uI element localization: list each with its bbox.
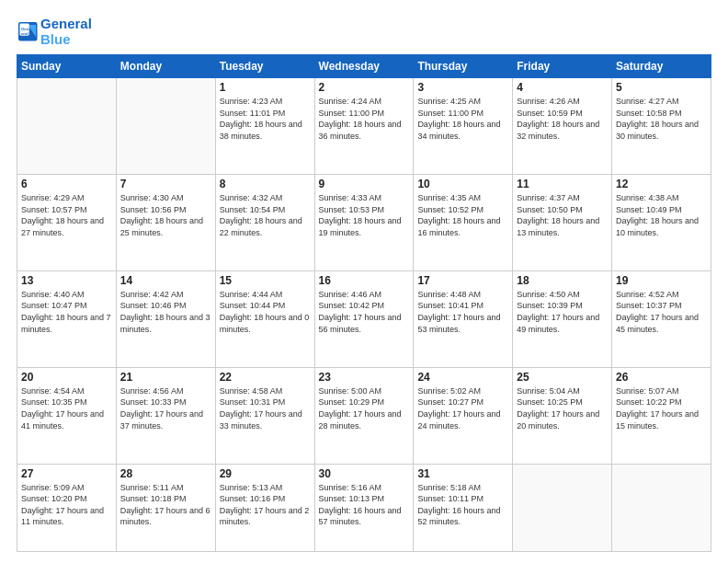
day-info: Sunrise: 4:48 AMSunset: 10:41 PMDaylight… <box>417 289 508 335</box>
day-number: 12 <box>616 178 707 190</box>
calendar-cell: 15Sunrise: 4:44 AMSunset: 10:44 PMDaylig… <box>215 270 314 367</box>
calendar-cell: 17Sunrise: 4:48 AMSunset: 10:41 PMDaylig… <box>414 270 513 367</box>
calendar-cell: 1Sunrise: 4:23 AMSunset: 11:01 PMDayligh… <box>215 78 314 175</box>
calendar-cell: 24Sunrise: 5:02 AMSunset: 10:27 PMDaylig… <box>414 367 513 464</box>
day-info: Sunrise: 4:50 AMSunset: 10:39 PMDaylight… <box>517 289 608 335</box>
day-number: 28 <box>120 467 211 480</box>
header-tuesday: Tuesday <box>215 55 314 78</box>
calendar-cell <box>116 78 215 175</box>
calendar-cell: 6Sunrise: 4:29 AMSunset: 10:57 PMDayligh… <box>17 174 117 270</box>
calendar-cell <box>513 464 612 551</box>
day-number: 3 <box>417 81 508 94</box>
day-info: Sunrise: 4:30 AMSunset: 10:56 PMDaylight… <box>120 192 211 238</box>
calendar-cell: 22Sunrise: 4:58 AMSunset: 10:31 PMDaylig… <box>215 367 314 464</box>
calendar-cell: 20Sunrise: 4:54 AMSunset: 10:35 PMDaylig… <box>17 367 117 464</box>
calendar-cell: 27Sunrise: 5:09 AMSunset: 10:20 PMDaylig… <box>17 464 117 551</box>
day-number: 4 <box>517 81 608 94</box>
day-number: 10 <box>417 178 508 190</box>
calendar-cell: 21Sunrise: 4:56 AMSunset: 10:33 PMDaylig… <box>116 367 215 464</box>
day-number: 9 <box>319 178 410 190</box>
day-info: Sunrise: 5:16 AMSunset: 10:13 PMDaylight… <box>319 482 410 528</box>
day-number: 18 <box>517 274 608 287</box>
day-number: 20 <box>21 371 112 384</box>
day-number: 11 <box>517 178 608 190</box>
svg-text:Gen: Gen <box>21 26 29 30</box>
calendar-cell <box>612 464 711 551</box>
day-info: Sunrise: 4:32 AMSunset: 10:54 PMDaylight… <box>220 192 311 238</box>
svg-text:eral: eral <box>21 30 28 35</box>
calendar-cell: 25Sunrise: 5:04 AMSunset: 10:25 PMDaylig… <box>513 367 612 464</box>
day-number: 25 <box>517 371 608 384</box>
day-number: 26 <box>616 371 707 384</box>
header-monday: Monday <box>116 55 215 78</box>
day-info: Sunrise: 4:56 AMSunset: 10:33 PMDaylight… <box>120 385 211 431</box>
day-number: 13 <box>21 274 112 287</box>
calendar-cell: 4Sunrise: 4:26 AMSunset: 10:59 PMDayligh… <box>513 78 612 175</box>
day-info: Sunrise: 5:11 AMSunset: 10:18 PMDaylight… <box>120 482 211 528</box>
calendar-cell: 18Sunrise: 4:50 AMSunset: 10:39 PMDaylig… <box>513 270 612 367</box>
day-number: 8 <box>220 178 311 190</box>
day-info: Sunrise: 4:35 AMSunset: 10:52 PMDaylight… <box>417 192 508 238</box>
day-number: 15 <box>220 274 311 287</box>
day-number: 22 <box>220 371 311 384</box>
day-info: Sunrise: 4:46 AMSunset: 10:42 PMDaylight… <box>319 289 410 335</box>
day-number: 7 <box>120 178 211 190</box>
header-friday: Friday <box>513 55 612 78</box>
day-number: 21 <box>120 371 211 384</box>
day-number: 16 <box>319 274 410 287</box>
day-info: Sunrise: 5:13 AMSunset: 10:16 PMDaylight… <box>220 482 311 528</box>
day-info: Sunrise: 4:29 AMSunset: 10:57 PMDaylight… <box>21 192 112 238</box>
header-wednesday: Wednesday <box>314 55 414 78</box>
day-number: 19 <box>616 274 707 287</box>
calendar-cell: 9Sunrise: 4:33 AMSunset: 10:53 PMDayligh… <box>314 174 414 270</box>
header-sunday: Sunday <box>17 55 117 78</box>
day-number: 5 <box>616 81 707 94</box>
day-number: 6 <box>21 178 112 190</box>
calendar-cell: 2Sunrise: 4:24 AMSunset: 11:00 PMDayligh… <box>314 78 414 175</box>
calendar-cell: 23Sunrise: 5:00 AMSunset: 10:29 PMDaylig… <box>314 367 414 464</box>
day-info: Sunrise: 4:23 AMSunset: 11:01 PMDaylight… <box>220 96 311 142</box>
calendar-cell: 8Sunrise: 4:32 AMSunset: 10:54 PMDayligh… <box>215 174 314 270</box>
day-info: Sunrise: 5:09 AMSunset: 10:20 PMDaylight… <box>21 482 112 528</box>
day-number: 2 <box>319 81 410 94</box>
logo-icon: Gen eral <box>18 22 39 42</box>
day-info: Sunrise: 4:38 AMSunset: 10:49 PMDaylight… <box>616 192 707 238</box>
day-info: Sunrise: 5:02 AMSunset: 10:27 PMDaylight… <box>417 385 508 431</box>
logo-text: General Blue <box>40 17 92 47</box>
day-number: 27 <box>21 467 112 480</box>
day-number: 31 <box>417 467 508 480</box>
day-info: Sunrise: 4:44 AMSunset: 10:44 PMDaylight… <box>220 289 311 335</box>
calendar-cell: 31Sunrise: 5:18 AMSunset: 10:11 PMDaylig… <box>414 464 513 551</box>
day-info: Sunrise: 4:54 AMSunset: 10:35 PMDaylight… <box>21 385 112 431</box>
calendar-cell: 5Sunrise: 4:27 AMSunset: 10:58 PMDayligh… <box>612 78 711 175</box>
calendar-table: Sunday Monday Tuesday Wednesday Thursday… <box>17 54 711 552</box>
header: Gen eral General Blue <box>17 17 711 47</box>
calendar-cell: 11Sunrise: 4:37 AMSunset: 10:50 PMDaylig… <box>513 174 612 270</box>
calendar-cell: 7Sunrise: 4:30 AMSunset: 10:56 PMDayligh… <box>116 174 215 270</box>
day-number: 30 <box>319 467 410 480</box>
day-info: Sunrise: 4:33 AMSunset: 10:53 PMDaylight… <box>319 192 410 238</box>
day-info: Sunrise: 4:58 AMSunset: 10:31 PMDaylight… <box>220 385 311 431</box>
day-info: Sunrise: 4:25 AMSunset: 11:00 PMDaylight… <box>417 96 508 142</box>
calendar-cell: 19Sunrise: 4:52 AMSunset: 10:37 PMDaylig… <box>612 270 711 367</box>
day-info: Sunrise: 4:42 AMSunset: 10:46 PMDaylight… <box>120 289 211 335</box>
day-info: Sunrise: 4:40 AMSunset: 10:47 PMDaylight… <box>21 289 112 335</box>
calendar-cell: 14Sunrise: 4:42 AMSunset: 10:46 PMDaylig… <box>116 270 215 367</box>
calendar-cell: 30Sunrise: 5:16 AMSunset: 10:13 PMDaylig… <box>314 464 414 551</box>
calendar-cell: 28Sunrise: 5:11 AMSunset: 10:18 PMDaylig… <box>116 464 215 551</box>
day-number: 1 <box>220 81 311 94</box>
day-info: Sunrise: 5:07 AMSunset: 10:22 PMDaylight… <box>616 385 707 431</box>
calendar-cell: 13Sunrise: 4:40 AMSunset: 10:47 PMDaylig… <box>17 270 117 367</box>
day-number: 17 <box>417 274 508 287</box>
calendar-cell: 12Sunrise: 4:38 AMSunset: 10:49 PMDaylig… <box>612 174 711 270</box>
day-info: Sunrise: 4:24 AMSunset: 11:00 PMDaylight… <box>319 96 410 142</box>
header-saturday: Saturday <box>612 55 711 78</box>
calendar-cell: 3Sunrise: 4:25 AMSunset: 11:00 PMDayligh… <box>414 78 513 175</box>
logo: Gen eral General Blue <box>17 17 92 47</box>
day-info: Sunrise: 4:26 AMSunset: 10:59 PMDaylight… <box>517 96 608 142</box>
calendar-cell: 29Sunrise: 5:13 AMSunset: 10:16 PMDaylig… <box>215 464 314 551</box>
day-info: Sunrise: 4:27 AMSunset: 10:58 PMDaylight… <box>616 96 707 142</box>
day-info: Sunrise: 5:18 AMSunset: 10:11 PMDaylight… <box>417 482 508 528</box>
day-number: 23 <box>319 371 410 384</box>
calendar-cell: 26Sunrise: 5:07 AMSunset: 10:22 PMDaylig… <box>612 367 711 464</box>
